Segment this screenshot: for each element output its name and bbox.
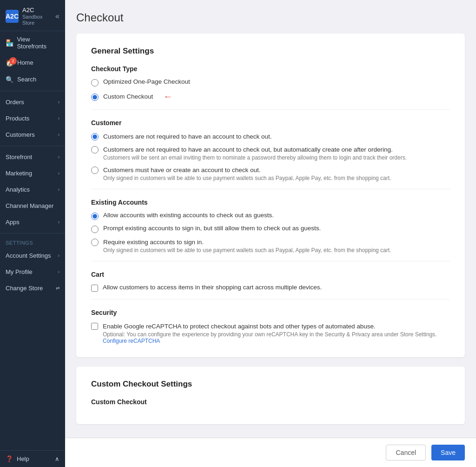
sidebar-item-products[interactable]: Products › (0, 110, 65, 127)
customer-heading: Customer (91, 119, 450, 127)
radio-allow-guest[interactable] (91, 213, 99, 220)
security-heading: Security (91, 309, 450, 316)
sidebar-item-label: Orders (6, 99, 24, 106)
divider-3 (91, 261, 450, 261)
sidebar-item-customers[interactable]: Customers › (0, 127, 65, 143)
radio-must-have[interactable] (91, 167, 99, 174)
chevron-right-icon: › (58, 132, 60, 137)
brand-name: A2C (22, 7, 55, 14)
radio-item-prompt-signin: Prompt existing accounts to sign in, but… (91, 225, 450, 233)
radio-require-signin-sublabel: Only signed in customers will be able to… (103, 247, 391, 254)
chevron-right-icon: › (58, 269, 60, 274)
radio-item-allow-guest: Allow accounts with existing accounts to… (91, 212, 450, 220)
sidebar-item-label: Change Store (6, 285, 43, 292)
divider-4 (91, 299, 450, 300)
sidebar-item-channel-manager[interactable]: Channel Manager (0, 198, 65, 214)
general-settings-heading: General Settings (91, 47, 450, 56)
sidebar-item-change-store[interactable]: Change Store ⇄ (0, 280, 65, 296)
radio-require-signin-label: Require existing accounts to sign in. (103, 239, 204, 246)
chevron-right-icon: › (58, 220, 60, 225)
sidebar-item-label: Channel Manager (6, 202, 53, 209)
help-icon: ❓ (6, 455, 13, 462)
sidebar-item-marketing[interactable]: Marketing › (0, 165, 65, 181)
home-badge: 2 (9, 57, 17, 65)
radio-auto-create-label: Customers are not required to have an ac… (103, 146, 393, 153)
checkbox-recaptcha[interactable] (91, 323, 98, 330)
radio-item-custom: Custom Checkout ← (91, 91, 450, 102)
sidebar-item-home[interactable]: 🏠 2 Home (0, 54, 65, 71)
sidebar-divider (0, 91, 65, 91)
radio-item-must-have: Customers must have or create an account… (91, 166, 450, 181)
radio-allow-guest-label: Allow accounts with existing accounts to… (103, 212, 274, 219)
radio-optimized-label: Optimized One-Page Checkout (103, 78, 190, 85)
radio-not-required[interactable] (91, 133, 99, 140)
existing-accounts-group: Allow accounts with existing accounts to… (91, 212, 450, 254)
sidebar-logo: A2C A2C Sandbox Store (6, 7, 55, 26)
chevron-right-icon: › (58, 171, 60, 176)
sidebar-item-label: Apps (6, 219, 20, 226)
radio-prompt-signin-label: Prompt existing accounts to sign in, but… (103, 225, 321, 232)
radio-item-auto-create: Customers are not required to have an ac… (91, 145, 450, 161)
divider (91, 109, 450, 110)
sidebar-collapse-button[interactable]: « (55, 12, 60, 20)
sidebar-item-analytics[interactable]: Analytics › (0, 181, 65, 198)
custom-checkout-settings-card: Custom Checkout Settings Custom Checkout (76, 367, 465, 424)
chevron-right-icon: › (58, 100, 60, 105)
sidebar-footer-help[interactable]: ❓ Help ∧ (0, 450, 65, 467)
chevron-right-icon: › (58, 253, 60, 258)
sidebar-item-label: Products (6, 115, 29, 122)
sidebar-item-view-storefronts[interactable]: 🏪 View Storefronts (0, 31, 65, 54)
divider-2 (91, 189, 450, 189)
sidebar-item-label: Analytics (6, 186, 30, 193)
cancel-button[interactable]: Cancel (386, 445, 426, 460)
sidebar-header: A2C A2C Sandbox Store « (0, 0, 65, 31)
sidebar-nav: 🏪 View Storefronts 🏠 2 Home 🔍 Search Ord… (0, 31, 65, 450)
sidebar-item-account-settings[interactable]: Account Settings › (0, 247, 65, 264)
radio-auto-create-sublabel: Customers will be sent an email inviting… (103, 154, 407, 161)
sidebar-item-label: Customers (6, 131, 35, 138)
sidebar-item-apps[interactable]: Apps › (0, 214, 65, 230)
checkout-type-heading: Checkout Type (91, 65, 450, 73)
sidebar-divider-2 (0, 146, 65, 146)
radio-require-signin[interactable] (91, 239, 99, 246)
sidebar-item-orders[interactable]: Orders › (0, 94, 65, 110)
sidebar-item-label: Home (17, 59, 33, 66)
sidebar-item-label: My Profile (6, 268, 33, 275)
sidebar-item-label: Marketing (6, 170, 32, 177)
checkbox-cart-multi-device[interactable] (91, 285, 98, 292)
search-icon: 🔍 (6, 76, 13, 83)
radio-custom[interactable] (91, 93, 99, 101)
sidebar-divider-3 (0, 233, 65, 234)
chevron-right-icon: › (58, 154, 60, 160)
settings-section-label: Settings (0, 236, 65, 247)
chevron-up-icon: ∧ (55, 455, 60, 462)
sidebar-item-search[interactable]: 🔍 Search (0, 71, 65, 88)
checkbox-item-recaptcha: Enable Google reCAPTCHA to protect check… (91, 322, 450, 344)
sidebar-item-label: Account Settings (6, 252, 51, 259)
configure-recaptcha-link[interactable]: Configure reCAPTCHA (103, 338, 160, 344)
existing-accounts-heading: Existing Accounts (91, 199, 450, 206)
checkbox-recaptcha-label: Enable Google reCAPTCHA to protect check… (103, 323, 376, 330)
arrow-indicator: ← (163, 91, 172, 102)
checkout-type-group: Optimized One-Page Checkout Custom Check… (91, 78, 450, 102)
sidebar-item-my-profile[interactable]: My Profile › (0, 264, 65, 280)
cart-heading: Cart (91, 271, 450, 278)
store-name: Sandbox Store (22, 14, 55, 26)
radio-optimized[interactable] (91, 79, 99, 87)
checkbox-item-cart: Allow customers to access items in their… (91, 284, 450, 292)
security-group: Enable Google reCAPTCHA to protect check… (91, 322, 450, 344)
recaptcha-sublabel-text: Optional: You can configure the experien… (103, 331, 436, 338)
change-store-icon: ⇄ (56, 286, 60, 291)
logo-icon: A2C (6, 10, 19, 23)
sidebar-item-storefront[interactable]: Storefront › (0, 149, 65, 165)
sidebar: A2C A2C Sandbox Store « 🏪 View Storefron… (0, 0, 65, 467)
radio-must-have-sublabel: Only signed in customers will be able to… (103, 175, 391, 181)
save-button[interactable]: Save (431, 445, 465, 460)
sidebar-brand: A2C Sandbox Store (22, 7, 55, 26)
radio-prompt-signin[interactable] (91, 226, 99, 233)
customer-group: Customers are not required to have an ac… (91, 132, 450, 181)
radio-auto-create[interactable] (91, 146, 99, 153)
main-content: Checkout General Settings Checkout Type … (65, 0, 476, 467)
radio-custom-label: Custom Checkout (103, 93, 153, 100)
sidebar-item-label: Search (17, 76, 36, 83)
